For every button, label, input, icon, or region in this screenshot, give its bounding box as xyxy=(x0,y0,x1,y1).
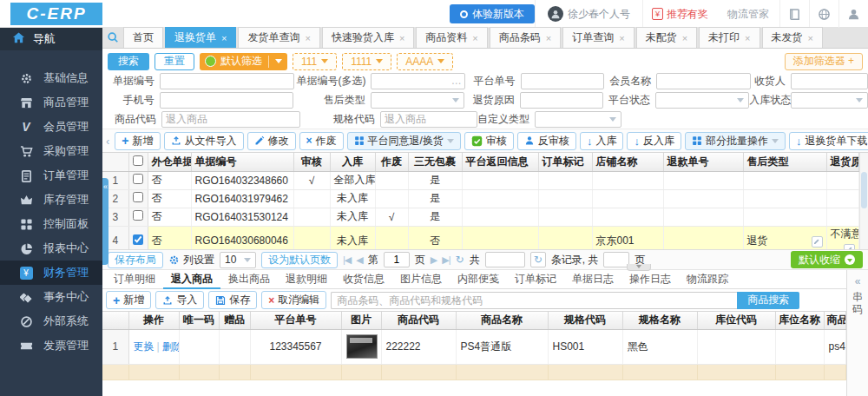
detail-add-button[interactable]: +新增 xyxy=(106,291,151,309)
row-checkbox[interactable] xyxy=(133,192,143,202)
close-icon[interactable]: × xyxy=(221,33,227,43)
detail-tab[interactable]: 收货信息 xyxy=(335,270,392,289)
delete-link[interactable]: 删除 xyxy=(162,340,179,353)
sidebar-item[interactable]: 外部系统 xyxy=(0,309,102,333)
toolbar-button[interactable]: ↓反入库 xyxy=(627,132,681,150)
prev-page-icon[interactable]: ◀ xyxy=(356,254,362,266)
close-icon[interactable]: × xyxy=(682,33,687,43)
cancel-edit-button[interactable]: ×取消编辑 xyxy=(261,291,326,309)
toolbar-button[interactable]: 审核 xyxy=(464,132,514,150)
close-icon[interactable]: × xyxy=(619,33,624,43)
last-page-icon[interactable]: ▶| xyxy=(442,254,450,266)
detail-tab[interactable]: 操作日志 xyxy=(621,270,679,289)
select-all-checkbox[interactable] xyxy=(133,155,143,166)
sidebar-item[interactable]: 采购管理 xyxy=(0,139,102,163)
filter-field-select[interactable] xyxy=(371,92,464,109)
sidebar-item[interactable]: 控制面板 xyxy=(0,212,102,236)
account-icon[interactable] xyxy=(838,0,868,28)
scrollbar-thumb[interactable] xyxy=(861,172,867,208)
filter-field-input[interactable] xyxy=(791,73,868,89)
detail-tab[interactable]: 订单标记 xyxy=(507,270,564,289)
toolbar-scroll-left-icon[interactable]: ‹ xyxy=(104,135,111,148)
toolbar-button[interactable]: 修改 xyxy=(247,132,296,150)
close-icon[interactable]: × xyxy=(472,33,477,43)
reset-button[interactable]: 重置 xyxy=(155,53,194,70)
grid-scrollbar[interactable] xyxy=(859,153,868,250)
default-filter-button[interactable]: 默认筛选 xyxy=(200,53,287,70)
page-tab[interactable]: 未发货× xyxy=(762,27,823,48)
record-count-input[interactable] xyxy=(485,252,525,267)
quick-filter-button[interactable]: 111 xyxy=(293,53,337,70)
detail-import-button[interactable]: 导入 xyxy=(155,291,204,309)
product-thumbnail[interactable] xyxy=(346,334,378,359)
page-tab[interactable]: 退换货单× xyxy=(165,27,236,48)
detail-tab[interactable]: 图片信息 xyxy=(392,270,450,289)
filter-field-input[interactable] xyxy=(160,92,293,109)
filter-field-input[interactable] xyxy=(160,73,294,89)
save-layout-button[interactable]: 保存布局 xyxy=(108,252,163,268)
more-icon[interactable]: … xyxy=(451,75,462,87)
edit-icon[interactable] xyxy=(812,236,823,248)
count-records-button[interactable]: ↻ xyxy=(530,252,546,267)
filter-field-input[interactable] xyxy=(520,92,604,109)
toolbar-button[interactable]: +新增 xyxy=(115,132,160,150)
row-checkbox[interactable] xyxy=(133,174,143,184)
column-settings-button[interactable]: 列设置 xyxy=(168,253,214,267)
toolbar-button[interactable]: 部分批量操作 xyxy=(685,132,786,150)
promo-link[interactable]: ¥ 推荐有奖 xyxy=(642,0,717,28)
close-icon[interactable]: × xyxy=(399,33,404,43)
default-collapse-button[interactable]: 默认收缩 xyxy=(791,251,863,268)
detail-tab[interactable]: 换出商品 xyxy=(220,270,278,289)
page-tab[interactable]: 订单查询× xyxy=(562,27,634,48)
new-version-button[interactable]: 体验新版本 xyxy=(450,4,535,23)
page-size-select[interactable]: 10 xyxy=(220,252,256,268)
filter-field-input[interactable] xyxy=(521,73,605,89)
page-count-input[interactable] xyxy=(603,252,629,267)
sidebar-item[interactable]: 库存管理 xyxy=(0,188,102,212)
filter-field-select[interactable] xyxy=(655,92,749,109)
filter-field-input[interactable]: 退入商品 xyxy=(380,111,477,128)
detail-tab[interactable]: 内部便笺 xyxy=(450,270,507,289)
logistics-link[interactable]: 物流管家 xyxy=(717,7,779,22)
toolbar-button[interactable]: ↓入库 xyxy=(580,132,624,150)
left-collapse-strip[interactable]: « xyxy=(102,178,108,265)
close-icon[interactable]: × xyxy=(305,33,310,43)
close-icon[interactable]: × xyxy=(745,33,750,43)
globe-icon[interactable] xyxy=(809,0,838,28)
right-collapse-panel[interactable]: « 串码 xyxy=(846,270,868,396)
filter-field-input[interactable]: 退入商品 xyxy=(161,111,300,128)
product-search-input[interactable] xyxy=(331,292,737,309)
first-page-icon[interactable]: |◀ xyxy=(343,254,351,266)
set-default-pagesize-button[interactable]: 设为默认页数 xyxy=(261,252,338,268)
filter-field-select[interactable] xyxy=(535,111,621,128)
table-row[interactable]: 1更换|删除123345567222222PS4普通版HS001黑色ps4普通版 xyxy=(102,329,846,364)
row-checkbox[interactable] xyxy=(133,234,143,245)
close-icon[interactable]: × xyxy=(808,33,813,43)
detail-tab[interactable]: 物流跟踪 xyxy=(679,270,736,289)
panel-collapse-handle[interactable] xyxy=(627,264,651,271)
page-tab[interactable]: 商品条码× xyxy=(490,27,561,48)
page-tab[interactable]: 未配货× xyxy=(636,27,697,48)
sidebar-item[interactable]: V会员管理 xyxy=(0,115,102,139)
sidebar-item[interactable]: 订单管理 xyxy=(0,163,102,188)
sidebar-item[interactable]: 发票管理 xyxy=(0,333,102,358)
filter-field-input[interactable]: … xyxy=(371,73,464,89)
quick-filter-button[interactable]: AAAA xyxy=(397,53,453,70)
page-tab[interactable]: 快速验货入库× xyxy=(322,27,414,48)
search-icon[interactable] xyxy=(102,27,123,48)
page-tab[interactable]: 未打印× xyxy=(699,27,760,48)
product-search-button[interactable]: 商品搜索 xyxy=(737,292,799,309)
detail-save-button[interactable]: 保存 xyxy=(208,291,257,309)
table-row[interactable]: 3否RGO164031530124未入库√是 xyxy=(102,208,859,226)
detail-tab[interactable]: 订单明细 xyxy=(106,270,163,289)
page-number-input[interactable] xyxy=(384,252,410,267)
detail-tab[interactable]: 退入商品 xyxy=(163,270,220,289)
close-icon[interactable]: × xyxy=(546,33,551,43)
search-button[interactable]: 搜索 xyxy=(108,53,149,70)
toolbar-button[interactable]: 平台同意退/换货 xyxy=(347,132,461,150)
refresh-icon[interactable]: ↻ xyxy=(456,254,464,266)
row-checkbox[interactable] xyxy=(133,210,143,221)
sidebar-item[interactable]: 基础信息 xyxy=(0,66,102,90)
sidebar-item[interactable]: 报表中心 xyxy=(0,236,102,261)
add-filter-button[interactable]: 添加筛选器 + xyxy=(785,53,863,70)
